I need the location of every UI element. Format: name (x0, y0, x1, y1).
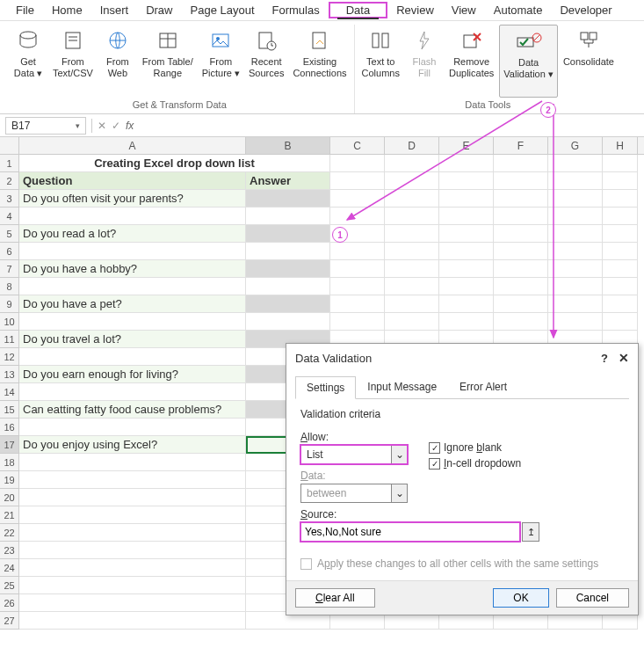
cell-A6[interactable] (19, 243, 246, 260)
cell-F4[interactable] (494, 208, 548, 225)
cell-A7[interactable]: Do you have a hobby? (19, 260, 246, 278)
cell-A25[interactable] (19, 577, 246, 594)
row-header[interactable]: 25 (0, 577, 19, 594)
cell-E2[interactable] (439, 172, 494, 190)
row-header[interactable]: 20 (0, 489, 19, 506)
cell-D10[interactable] (385, 313, 439, 331)
menu-pagelayout[interactable]: Page Layout (182, 2, 264, 18)
row-header[interactable]: 18 (0, 454, 19, 471)
cell-F10[interactable] (494, 313, 548, 331)
row-header[interactable]: 19 (0, 471, 19, 489)
cell-A17[interactable]: Do you enjoy using Excel? (19, 436, 246, 454)
cell-H3[interactable] (603, 190, 638, 208)
row-header[interactable]: 24 (0, 559, 19, 577)
cell-B4[interactable] (246, 208, 330, 225)
cell-A26[interactable] (19, 594, 246, 612)
cell-A19[interactable] (19, 471, 246, 489)
cell-D6[interactable] (385, 243, 439, 260)
cell-E10[interactable] (439, 313, 494, 331)
cell-A15[interactable]: Can eatting fatty food cause problems? (19, 401, 246, 419)
row-header[interactable]: 21 (0, 506, 19, 524)
from-web-button[interactable]: From Web (98, 25, 137, 98)
cell-G10[interactable] (548, 313, 603, 331)
cell-H8[interactable] (603, 278, 638, 295)
cell-A9[interactable]: Do you have a pet? (19, 295, 246, 313)
cell-A22[interactable] (19, 524, 246, 542)
cell-B8[interactable] (246, 278, 330, 295)
cell-E1[interactable] (439, 155, 494, 172)
menu-view[interactable]: View (443, 2, 485, 18)
row-header[interactable]: 12 (0, 348, 19, 366)
cell-G6[interactable] (548, 243, 603, 260)
row-header[interactable]: 11 (0, 331, 19, 348)
row-header[interactable]: 7 (0, 260, 19, 278)
cell-C8[interactable] (330, 278, 385, 295)
fx-icon[interactable]: fx (126, 120, 134, 132)
cell-A27[interactable] (19, 612, 246, 630)
cell-C9[interactable] (330, 295, 385, 313)
from-picture-button[interactable]: From Picture ▾ (199, 25, 243, 98)
menu-review[interactable]: Review (387, 2, 443, 18)
cell-C10[interactable] (330, 313, 385, 331)
consolidate-button[interactable]: Consolidate (560, 25, 618, 98)
clear-all-button[interactable]: Clear All (295, 588, 375, 608)
cell-B7[interactable] (246, 260, 330, 278)
cell-F1[interactable] (494, 155, 548, 172)
range-selector-button[interactable]: ↥ (522, 522, 539, 542)
from-table-button[interactable]: From Table/ Range (139, 25, 197, 98)
cell-E4[interactable] (439, 208, 494, 225)
cell-E6[interactable] (439, 243, 494, 260)
cell-A23[interactable] (19, 542, 246, 559)
cell-B9[interactable] (246, 295, 330, 313)
cell-A4[interactable] (19, 208, 246, 225)
cell-F9[interactable] (494, 295, 548, 313)
cell-D8[interactable] (385, 278, 439, 295)
incell-dropdown-checkbox[interactable]: ✓ (429, 458, 440, 470)
row-header[interactable]: 5 (0, 225, 19, 243)
cell-G4[interactable] (548, 208, 603, 225)
col-header-b[interactable]: B (246, 137, 330, 154)
col-header-f[interactable]: F (494, 137, 548, 154)
flash-fill-button[interactable]: Flash Fill (405, 25, 444, 98)
row-header[interactable]: 3 (0, 190, 19, 208)
cell-A18[interactable] (19, 454, 246, 471)
menu-data[interactable]: Data (329, 2, 387, 18)
source-input[interactable] (300, 522, 520, 542)
cell-H4[interactable] (603, 208, 638, 225)
data-validation-button[interactable]: Data Validation ▾ (499, 25, 558, 98)
cell-D3[interactable] (385, 190, 439, 208)
cell-F5[interactable] (494, 225, 548, 243)
col-header-a[interactable]: A (19, 137, 246, 154)
cancel-icon[interactable]: ✕ (98, 120, 106, 132)
row-header[interactable]: 13 (0, 366, 19, 383)
cell-F3[interactable] (494, 190, 548, 208)
cell-H6[interactable] (603, 243, 638, 260)
cell-G7[interactable] (548, 260, 603, 278)
cell-F2[interactable] (494, 172, 548, 190)
menu-developer[interactable]: Developer (551, 2, 620, 18)
cell-A3[interactable]: Do you often visit your parents? (19, 190, 246, 208)
row-header[interactable]: 15 (0, 401, 19, 419)
select-all-corner[interactable] (0, 137, 19, 154)
col-header-g[interactable]: G (548, 137, 603, 154)
cell-A20[interactable] (19, 489, 246, 506)
cell-F7[interactable] (494, 260, 548, 278)
menu-insert[interactable]: Insert (91, 2, 138, 18)
row-header[interactable]: 8 (0, 278, 19, 295)
cell-A2[interactable]: Question (19, 172, 246, 190)
name-box[interactable]: B17▾ (5, 117, 86, 135)
row-header[interactable]: 9 (0, 295, 19, 313)
cell-C2[interactable] (330, 172, 385, 190)
cell-E3[interactable] (439, 190, 494, 208)
cell-G2[interactable] (548, 172, 603, 190)
cell-A10[interactable] (19, 313, 246, 331)
col-header-c[interactable]: C (330, 137, 385, 154)
cell-F6[interactable] (494, 243, 548, 260)
cell-G8[interactable] (548, 278, 603, 295)
row-header[interactable]: 2 (0, 172, 19, 190)
close-button[interactable]: ✕ (619, 351, 629, 365)
cell-D7[interactable] (385, 260, 439, 278)
tab-error-alert[interactable]: Error Alert (448, 375, 518, 398)
cell-H7[interactable] (603, 260, 638, 278)
col-header-e[interactable]: E (439, 137, 494, 154)
